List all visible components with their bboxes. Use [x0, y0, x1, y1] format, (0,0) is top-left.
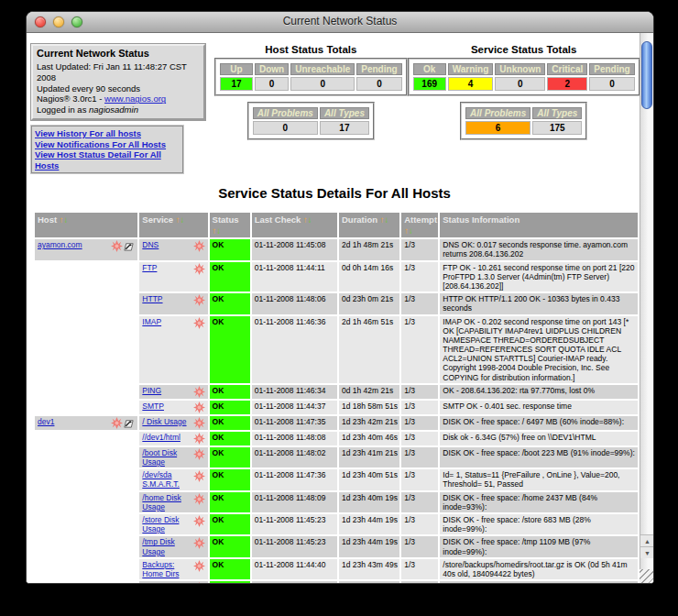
table-row: /tmp Disk UsageOK01-11-2008 11:45:231d 2…	[35, 536, 638, 556]
column-label: Duration	[342, 214, 380, 225]
service-link[interactable]: /tmp Disk Usage	[142, 537, 191, 556]
service-link[interactable]: FTP	[142, 263, 191, 272]
totals-header[interactable]: All Problems	[465, 107, 530, 119]
status-cell: OK	[210, 432, 250, 446]
status-information-cell: DISK OK - free space: /boot 223 MB (91% …	[440, 447, 638, 468]
scroll-up-button[interactable]: ▲	[640, 534, 653, 546]
performance-graph-icon[interactable]	[123, 240, 135, 252]
star-burst-icon[interactable]	[193, 582, 205, 583]
totals-header[interactable]: All Types	[320, 107, 369, 119]
duration-cell: 0d 23h 0m 21s	[339, 293, 399, 314]
logged-in-line: Logged in as nagiosadmin	[37, 104, 200, 116]
scrollbar-thumb[interactable]	[641, 41, 652, 109]
status-cell: OK	[210, 469, 250, 490]
totals-header[interactable]: Unreachable	[290, 63, 355, 75]
host-cell	[35, 293, 137, 314]
duration-cell: 1d 23h 40m 46s	[339, 432, 399, 446]
star-burst-icon[interactable]	[193, 402, 205, 413]
sort-descending-icon[interactable]: ↓	[409, 226, 413, 236]
window-resize-grip[interactable]	[640, 569, 653, 583]
service-link[interactable]: / Disk Usage	[142, 417, 191, 426]
quick-link[interactable]: View History For all hosts	[35, 128, 180, 139]
service-cell: SMTP	[139, 401, 207, 414]
service-link[interactable]: /home Disk Usage	[142, 493, 191, 512]
minimize-button[interactable]	[53, 16, 64, 28]
sort-descending-icon[interactable]: ↓	[384, 214, 388, 225]
host-link[interactable]: dev1	[38, 417, 109, 426]
attempt-cell: 1/3	[401, 514, 438, 534]
totals-value: 0	[495, 77, 545, 91]
sort-descending-icon[interactable]: ↓	[180, 214, 185, 225]
totals-header[interactable]: Critical	[547, 63, 587, 75]
star-burst-icon[interactable]	[193, 240, 205, 252]
totals-header[interactable]: Unknown	[495, 63, 545, 75]
duration-cell: 1d 23h 43m 49s	[339, 559, 399, 579]
attempt-cell: 1/3	[401, 293, 438, 314]
star-burst-icon[interactable]	[193, 493, 205, 505]
last-check-cell: 01-11-2008 11:45:23	[252, 536, 337, 556]
service-link[interactable]: Backups: Mondo Rescue	[142, 582, 191, 583]
performance-graph-icon[interactable]	[123, 417, 135, 429]
totals-header[interactable]: Warning	[448, 63, 494, 75]
service-link[interactable]: IMAP	[142, 317, 191, 326]
status-information-cell: Id= 1, Status=11 {PreFailure , OnLine },…	[440, 469, 638, 490]
quick-link[interactable]: View Host Status Detail For All Hosts	[35, 149, 180, 170]
service-link[interactable]: /boot Disk Usage	[142, 448, 191, 467]
zoom-button[interactable]	[71, 16, 82, 28]
star-burst-icon[interactable]	[193, 317, 205, 329]
star-burst-icon[interactable]	[193, 417, 205, 429]
totals-header[interactable]: Ok	[413, 63, 446, 75]
service-link[interactable]: Backups: Home Dirs	[142, 560, 191, 578]
star-burst-icon[interactable]	[193, 386, 205, 398]
star-burst-icon[interactable]	[111, 417, 123, 429]
totals-header[interactable]: Down	[255, 63, 289, 75]
totals-header[interactable]: Pending	[589, 63, 634, 75]
nagios-org-link[interactable]: www.nagios.org	[104, 94, 166, 104]
host-cell	[35, 514, 137, 534]
last-check-cell: 01-11-2008 11:44:11	[252, 262, 337, 292]
totals-header[interactable]: Pending	[356, 63, 401, 75]
quick-link[interactable]: View Notifications For All Hosts	[35, 139, 180, 150]
vertical-scrollbar[interactable]: ▲ ▼	[640, 33, 653, 583]
sort-descending-icon[interactable]: ↓	[64, 214, 69, 225]
service-link[interactable]: //dev1/html	[142, 433, 191, 442]
star-burst-icon[interactable]	[193, 560, 205, 572]
close-button[interactable]	[35, 16, 46, 28]
totals-header[interactable]: All Problems	[253, 107, 318, 119]
star-burst-icon[interactable]	[193, 433, 205, 445]
star-burst-icon[interactable]	[193, 537, 205, 549]
service-link[interactable]: /store Disk Usage	[142, 515, 191, 534]
service-link[interactable]: /dev/sda S.M.A.R.T.	[142, 470, 191, 489]
column-header-status-information: Status Information	[440, 213, 638, 237]
status-information-cell: DISK OK - free space: /store 683 MB (28%…	[440, 514, 638, 534]
attempt-cell: 1/3	[401, 536, 438, 556]
service-link[interactable]: HTTP	[142, 294, 191, 303]
totals-value: 4	[448, 77, 494, 91]
star-burst-icon[interactable]	[193, 294, 205, 306]
star-burst-icon[interactable]	[193, 263, 205, 275]
star-burst-icon[interactable]	[111, 240, 123, 252]
totals-value: 17	[320, 121, 369, 135]
star-burst-icon[interactable]	[193, 448, 205, 460]
host-cell: ayamon.com	[35, 239, 137, 259]
service-link[interactable]: DNS	[142, 240, 191, 249]
status-cell: OK	[210, 401, 250, 414]
scroll-down-button[interactable]: ▼	[640, 546, 653, 558]
duration-cell: 1d 18h 58m 51s	[339, 401, 399, 414]
star-burst-icon[interactable]	[193, 470, 205, 482]
host-cell	[35, 316, 137, 383]
status-cell: OK	[210, 239, 250, 259]
service-link[interactable]: PING	[142, 386, 191, 395]
quick-links: View History For all hostsView Notificat…	[31, 126, 183, 173]
sort-descending-icon[interactable]: ↓	[308, 214, 312, 225]
totals-header[interactable]: All Types	[532, 107, 582, 119]
status-information-cell: /store/backups/homedirs/root.tar.gz is O…	[440, 559, 638, 579]
sort-descending-icon[interactable]: ↓	[216, 226, 221, 236]
status-information-cell: OK - 208.64.136.202: rta 97.770ms, lost …	[440, 385, 638, 399]
attempt-cell: 1/3	[401, 239, 438, 259]
duration-cell: 1d 23h 44m 19s	[339, 514, 399, 534]
host-link[interactable]: ayamon.com	[38, 240, 109, 249]
star-burst-icon[interactable]	[193, 515, 205, 527]
service-link[interactable]: SMTP	[142, 402, 191, 411]
totals-header[interactable]: Up	[220, 63, 253, 75]
